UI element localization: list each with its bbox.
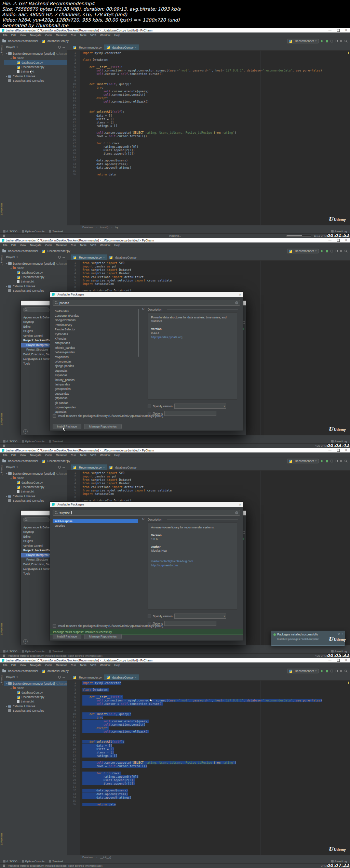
package-list-item[interactable]: gffpandas [53, 396, 138, 400]
package-list-item[interactable]: surprise [53, 523, 138, 528]
package-link[interactable]: http://surpriselib.com [151, 564, 234, 567]
package-list-item[interactable]: PyPandas [53, 332, 138, 336]
coverage-button[interactable] [331, 670, 333, 672]
menu-item-tools[interactable]: Tools [80, 453, 86, 457]
specify-version-checkbox[interactable] [148, 405, 151, 408]
settings-category[interactable]: Editor [21, 324, 50, 329]
tree-toggle-icon[interactable]: ▸ [5, 285, 8, 288]
tree-item[interactable]: Scratches and Consoles [4, 708, 67, 713]
version-combo[interactable] [174, 404, 226, 409]
menu-item-help[interactable]: Help [114, 34, 120, 37]
tree-item[interactable]: ▾backendRecommender [untitled]C:\Users\J… [4, 681, 67, 686]
menu-item-file[interactable]: File [3, 453, 8, 457]
settings-category[interactable]: Keymap [21, 530, 50, 535]
editor-tab[interactable]: databaseCon.py× [104, 44, 139, 50]
tree-item[interactable]: ▾backendRecommender [untitled]C:\Users\J… [4, 261, 67, 266]
menu-item-view[interactable]: View [20, 244, 26, 247]
settings-category[interactable]: Editor [21, 534, 50, 539]
settings-category[interactable]: Tools [21, 571, 50, 576]
menu-item-code[interactable]: Code [45, 244, 52, 247]
settings-icon[interactable] [58, 256, 61, 259]
tree-item[interactable]: databaseCon.py [4, 480, 67, 485]
maximize-button[interactable] [337, 449, 340, 452]
package-list-item[interactable]: ConcurrentPandas [53, 313, 138, 318]
collapse-all-icon[interactable] [63, 47, 65, 48]
run-button[interactable] [321, 40, 323, 42]
settings-category[interactable]: Version Control [21, 543, 50, 548]
stripe-label-favorites[interactable]: 2: Favorites [0, 203, 3, 215]
menu-item-window[interactable]: Window [100, 34, 110, 37]
menu-item-refactor[interactable]: Refactor [56, 34, 67, 37]
settings-search-input[interactable] [23, 517, 50, 522]
tree-item[interactable]: ▸External Libraries [4, 74, 67, 78]
tree-item[interactable]: ▾backendRecommender [untitled]C:\Users\J… [4, 471, 67, 476]
menu-item-tools[interactable]: Tools [80, 244, 86, 247]
toolwindow-switcher-icon[interactable] [3, 235, 5, 237]
menu-item-tools[interactable]: Tools [80, 663, 86, 667]
menu-item-navigate[interactable]: Navigate [30, 453, 42, 457]
toolwindow-switcher-icon[interactable] [3, 865, 5, 867]
close-button[interactable]: × [345, 29, 347, 32]
debug-button[interactable] [326, 670, 328, 672]
help-button[interactable]: ? [23, 429, 28, 434]
run-config-selector[interactable]: Recommender▾ [287, 669, 319, 673]
run-config-selector[interactable]: Recommender▾ [287, 39, 319, 43]
debug-button[interactable] [326, 40, 328, 42]
settings-category[interactable]: Project Structure [21, 557, 50, 562]
clear-search-icon[interactable]: × [235, 301, 238, 304]
profiler-button[interactable] [336, 670, 338, 672]
install-package-button[interactable]: Install Package [53, 424, 81, 429]
coverage-button[interactable] [331, 40, 333, 42]
breadcrumb-item[interactable]: backendRecommender [2, 669, 38, 673]
caret-position-and-encoding[interactable]: CRLF [321, 864, 327, 867]
help-button[interactable]: ? [23, 639, 28, 644]
breadcrumb-item[interactable]: backendRecommender [2, 39, 38, 43]
tree-item[interactable]: ▸External Libraries [4, 494, 67, 498]
package-list-item[interactable]: dupandas [53, 368, 138, 373]
package-list-item[interactable]: csvpandas [53, 355, 138, 359]
package-list-item[interactable]: cyberpandas [53, 359, 138, 364]
manage-repositories-button[interactable]: Manage Repositories [84, 424, 122, 429]
code-area[interactable]: 1234567891011121314151617181920212223242… [67, 681, 350, 855]
tree-item[interactable]: ▸External Libraries [4, 704, 67, 708]
settings-category[interactable]: Appearance & Behavior [21, 315, 50, 320]
package-list[interactable]: scikit-surprisesurprise [53, 519, 138, 626]
tree-item[interactable]: databaseCon.py [4, 690, 67, 695]
list-scrollbar[interactable] [138, 309, 139, 357]
editor-tab[interactable]: Recommender.py [71, 44, 104, 50]
event-log-button[interactable]: Event Log [331, 440, 347, 443]
tree-toggle-icon[interactable]: ▸ [5, 705, 8, 708]
package-list-item[interactable]: scikit-surprise [53, 519, 138, 523]
menu-item-help[interactable]: Help [114, 453, 120, 457]
code-editor[interactable]: import mysql.connectorclass Database: de… [80, 681, 350, 855]
editor-tab[interactable]: databaseCon.py× [104, 674, 139, 680]
menu-item-refactor[interactable]: Refactor [56, 663, 67, 667]
editor-breadcrumb-item[interactable]: Database [82, 226, 93, 229]
package-list-item[interactable]: PandasSelector [53, 327, 138, 332]
menu-item-help[interactable]: Help [114, 244, 120, 247]
package-list-item[interactable]: django-pandas [53, 364, 138, 368]
run-config-selector[interactable]: Recommender▾ [287, 459, 319, 463]
settings-category[interactable]: Project Interpreter [21, 553, 50, 557]
notification-settings-icon[interactable]: ⚙ [337, 632, 340, 635]
package-list-item[interactable]: PandaSurvey [53, 323, 138, 327]
tree-item[interactable]: Recommender.py [4, 275, 67, 279]
reload-icon[interactable]: ↻ [142, 517, 145, 521]
terminal-button[interactable]: Terminal [49, 440, 63, 443]
breadcrumb-item[interactable]: backendRecommender [2, 459, 38, 463]
coverage-button[interactable] [331, 250, 333, 252]
caret-position-and-encoding[interactable]: 4:28 CRLF [315, 444, 327, 447]
menu-item-code[interactable]: Code [45, 34, 52, 37]
run-config-selector[interactable]: Recommender▾ [287, 249, 319, 253]
tree-item[interactable]: Scratches and Consoles [4, 78, 67, 83]
breadcrumb-item[interactable]: Recommender.py [42, 249, 70, 253]
python-console-button[interactable]: Python Console [22, 440, 44, 443]
tree-toggle-icon[interactable]: ▸ [10, 477, 13, 479]
tree-item[interactable]: ▸External Libraries [4, 284, 67, 288]
package-list-item[interactable]: git-pandas [53, 400, 138, 405]
package-list-item[interactable]: genopandas [53, 387, 138, 391]
menu-item-vcs[interactable]: VCS [90, 453, 96, 457]
package-list-item[interactable]: XPandas [53, 336, 138, 341]
breadcrumb-item[interactable]: databaseCon.py [42, 669, 69, 673]
run-button[interactable] [321, 250, 323, 252]
